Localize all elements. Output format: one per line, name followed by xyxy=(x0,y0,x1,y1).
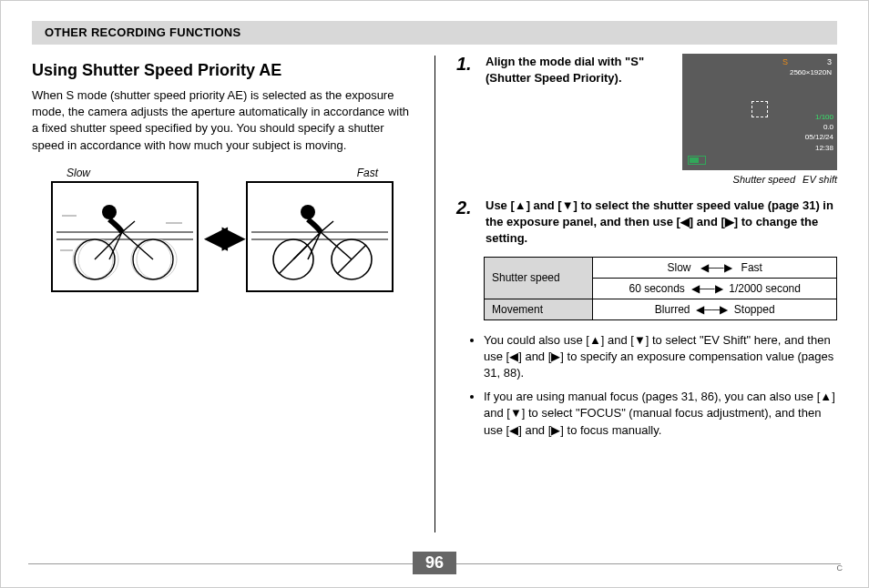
bicycle-fast-icon xyxy=(251,187,388,287)
table-row: Shutter speed Slow ◀──▶ Fast xyxy=(485,257,837,278)
svg-line-18 xyxy=(352,245,366,259)
illustration-fast xyxy=(246,181,394,292)
manual-page: OTHER RECORDING FUNCTIONS Using Shutter … xyxy=(0,0,869,588)
label-blurred: Blurred xyxy=(655,303,690,316)
left-column: Using Shutter Speed Priority AE When S m… xyxy=(32,54,434,451)
cell-blurred-stopped: Blurred ◀──▶ Stopped xyxy=(593,299,837,319)
illustration-labels: Slow Fast xyxy=(32,167,413,179)
label-slow-cell: Slow xyxy=(668,261,691,274)
camera-screen: S 3 2560×1920N 1/100 0.0 05/12/24 12:38 xyxy=(682,54,837,170)
double-arrow-icon: ◀▶ xyxy=(204,219,240,254)
step-2: 2. Use [▲] and [▼] to select the shutter… xyxy=(456,198,837,248)
topic-title: Using Shutter Speed Priority AE xyxy=(32,61,413,80)
step-1: 1. Align the mode dial with "S" (Shutter… xyxy=(456,54,668,86)
camera-screen-wrap: S 3 2560×1920N 1/100 0.0 05/12/24 12:38 xyxy=(682,54,837,185)
notes-list: You could also use [▲] and [▼] to select… xyxy=(456,332,837,439)
svg-line-19 xyxy=(337,259,352,274)
label-60s: 60 seconds xyxy=(629,282,684,295)
right-column: 1. Align the mode dial with "S" (Shutter… xyxy=(434,54,837,451)
illustration-slow xyxy=(51,181,199,292)
column-divider xyxy=(434,56,435,532)
bicycle-slow-icon xyxy=(56,187,193,287)
screen-ev: 0.0 xyxy=(805,122,833,132)
screen-readings: 1/100 0.0 05/12/24 12:38 xyxy=(805,112,833,153)
screen-resolution: 2560×1920N xyxy=(790,68,832,76)
step-1-text: Align the mode dial with "S" (Shutter Sp… xyxy=(486,54,668,86)
cell-slow-fast: Slow ◀──▶ Fast xyxy=(593,257,837,278)
svg-line-17 xyxy=(279,259,293,274)
step-2-number: 2. xyxy=(456,198,476,248)
screen-time: 12:38 xyxy=(805,143,833,153)
step-2-text: Use [▲] and [▼] to select the shutter sp… xyxy=(486,198,837,248)
label-2000s: 1/2000 second xyxy=(729,282,801,295)
svg-point-20 xyxy=(301,205,315,219)
footer-mark: C xyxy=(837,563,843,573)
callout-shutter-speed: Shutter speed xyxy=(682,174,795,185)
cell-movement: Movement xyxy=(485,299,593,319)
cell-shutter-speed: Shutter speed xyxy=(485,257,593,299)
page-footer: 96 xyxy=(1,552,868,574)
step-1-row: 1. Align the mode dial with "S" (Shutter… xyxy=(456,54,837,185)
battery-icon xyxy=(688,156,706,165)
screen-count: 3 xyxy=(827,57,832,66)
intro-paragraph: When S mode (shutter speed priority AE) … xyxy=(32,87,413,154)
screen-mode: S xyxy=(782,57,788,66)
page-number: 96 xyxy=(413,552,456,574)
step-1-number: 1. xyxy=(456,54,476,86)
label-slow: Slow xyxy=(66,167,90,179)
screen-callouts: Shutter speed EV shift xyxy=(682,174,837,185)
label-stopped: Stopped xyxy=(734,303,775,316)
svg-point-3 xyxy=(137,239,177,279)
svg-line-16 xyxy=(293,245,308,259)
callout-ev-shift: EV shift xyxy=(803,174,837,185)
label-fast-cell: Fast xyxy=(741,261,762,274)
svg-point-8 xyxy=(102,205,117,219)
section-header: OTHER RECORDING FUNCTIONS xyxy=(32,21,837,45)
focus-frame-icon xyxy=(751,101,768,117)
shutter-speed-table: Shutter speed Slow ◀──▶ Fast 60 seconds … xyxy=(484,257,837,320)
list-item: You could also use [▲] and [▼] to select… xyxy=(484,332,837,382)
illustration-row: ◀▶ xyxy=(32,181,413,292)
cell-seconds-range: 60 seconds ◀──▶ 1/2000 second xyxy=(593,278,837,299)
table-row: Movement Blurred ◀──▶ Stopped xyxy=(485,299,837,319)
label-fast: Fast xyxy=(357,167,378,179)
list-item: If you are using manual focus (pages 31,… xyxy=(484,389,837,439)
screen-shutter: 1/100 xyxy=(805,112,833,122)
svg-point-4 xyxy=(73,239,113,279)
svg-point-2 xyxy=(78,239,118,279)
screen-date: 05/12/24 xyxy=(805,132,833,142)
